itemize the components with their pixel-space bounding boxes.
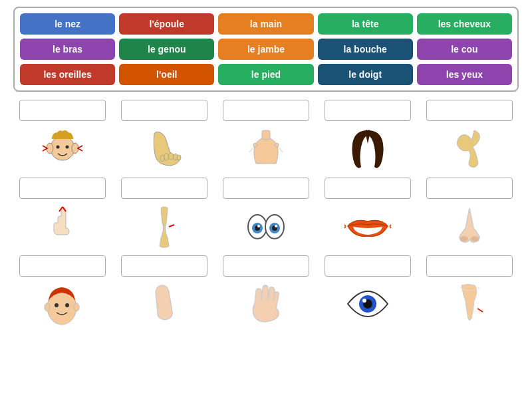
image-cell-ears xyxy=(19,124,106,174)
answer-box-r1-c2 xyxy=(217,178,315,251)
word-tile-t2[interactable]: l'époule xyxy=(119,13,214,35)
answer-box-r0-c1 xyxy=(115,100,213,174)
answer-input-r1-c3[interactable] xyxy=(325,178,411,199)
svg-point-21 xyxy=(257,225,260,227)
answer-input-r1-c1[interactable] xyxy=(121,178,207,199)
image-cell-hand xyxy=(223,279,309,329)
answer-input-r0-c1[interactable] xyxy=(121,100,207,121)
answer-input-r1-c4[interactable] xyxy=(426,178,513,199)
answer-box-r1-c3 xyxy=(319,178,417,251)
answer-box-r0-c4 xyxy=(421,100,519,174)
answer-box-r2-c3 xyxy=(319,255,417,329)
svg-point-9 xyxy=(160,156,164,162)
match-grid xyxy=(13,100,519,329)
word-tile-t12[interactable]: l'oeil xyxy=(119,64,214,85)
answer-box-r2-c4 xyxy=(421,255,519,329)
answer-box-r1-c1 xyxy=(115,178,213,251)
svg-point-14 xyxy=(275,143,279,147)
svg-point-26 xyxy=(55,303,59,307)
svg-point-24 xyxy=(471,236,479,241)
image-cell-eyes2 xyxy=(223,201,309,251)
word-tile-t8[interactable]: le jambe xyxy=(218,39,313,60)
image-cell-hair xyxy=(325,124,411,174)
answer-box-r0-c0 xyxy=(13,100,111,174)
word-tile-t10[interactable]: le cou xyxy=(417,39,512,60)
answer-input-r0-c2[interactable] xyxy=(223,100,309,121)
image-cell-nose xyxy=(426,201,513,251)
answer-box-r1-c4 xyxy=(421,178,519,251)
answer-input-r2-c4[interactable] xyxy=(426,255,513,277)
word-bank: le nezl'époulela mainla têteles cheveuxl… xyxy=(13,7,519,92)
word-tile-t6[interactable]: le bras xyxy=(20,39,115,60)
svg-point-0 xyxy=(51,136,74,160)
answer-input-r0-c3[interactable] xyxy=(325,100,411,121)
svg-point-7 xyxy=(177,155,181,160)
answer-box-r0-c3 xyxy=(319,100,417,174)
answer-box-r2-c2 xyxy=(217,255,315,329)
answer-box-r2-c1 xyxy=(115,255,213,329)
answer-input-r1-c2[interactable] xyxy=(223,178,309,199)
answer-input-r2-c1[interactable] xyxy=(121,255,207,277)
answer-box-r0-c2 xyxy=(217,100,315,174)
word-tile-t7[interactable]: le genou xyxy=(119,39,214,60)
word-tile-t9[interactable]: la bouche xyxy=(318,39,413,60)
answer-box-r1-c0 xyxy=(13,178,111,251)
image-cell-mouth xyxy=(325,201,411,251)
answer-input-r2-c0[interactable] xyxy=(19,255,106,277)
image-cell-foot xyxy=(121,124,207,174)
image-cell-head xyxy=(19,279,106,329)
image-cell-legbone xyxy=(426,124,513,174)
svg-point-29 xyxy=(74,303,79,311)
svg-point-8 xyxy=(164,154,168,160)
image-cell-finger xyxy=(19,201,106,251)
svg-point-3 xyxy=(56,146,59,149)
image-cell-shoulder xyxy=(223,124,309,174)
answer-input-r1-c0[interactable] xyxy=(19,178,106,199)
svg-point-27 xyxy=(65,303,69,307)
svg-point-13 xyxy=(253,143,257,147)
svg-point-4 xyxy=(65,146,68,149)
word-tile-t15[interactable]: les yeux xyxy=(417,64,512,85)
svg-point-23 xyxy=(460,236,468,241)
answer-input-r2-c2[interactable] xyxy=(223,255,309,277)
svg-point-22 xyxy=(275,225,277,227)
svg-point-5 xyxy=(168,153,174,160)
image-cell-arm xyxy=(121,279,207,329)
svg-point-32 xyxy=(362,299,366,303)
image-cell-knee xyxy=(121,201,207,251)
answer-input-r0-c0[interactable] xyxy=(19,100,106,121)
word-tile-t11[interactable]: les oreilles xyxy=(20,64,115,85)
image-cell-neck xyxy=(426,279,513,329)
answer-input-r2-c3[interactable] xyxy=(325,255,411,277)
answer-input-r0-c4[interactable] xyxy=(426,100,513,121)
word-tile-t3[interactable]: la main xyxy=(218,13,313,35)
word-tile-t1[interactable]: le nez xyxy=(20,13,115,35)
answer-box-r2-c0 xyxy=(13,255,111,329)
svg-point-28 xyxy=(45,303,50,311)
word-tile-t13[interactable]: le pied xyxy=(218,64,313,85)
word-tile-t5[interactable]: les cheveux xyxy=(417,13,512,35)
word-tile-t14[interactable]: le doigt xyxy=(318,64,413,85)
word-tile-t4[interactable]: la tête xyxy=(318,13,413,35)
image-cell-eyesingle xyxy=(325,279,411,329)
svg-rect-10 xyxy=(262,130,270,140)
